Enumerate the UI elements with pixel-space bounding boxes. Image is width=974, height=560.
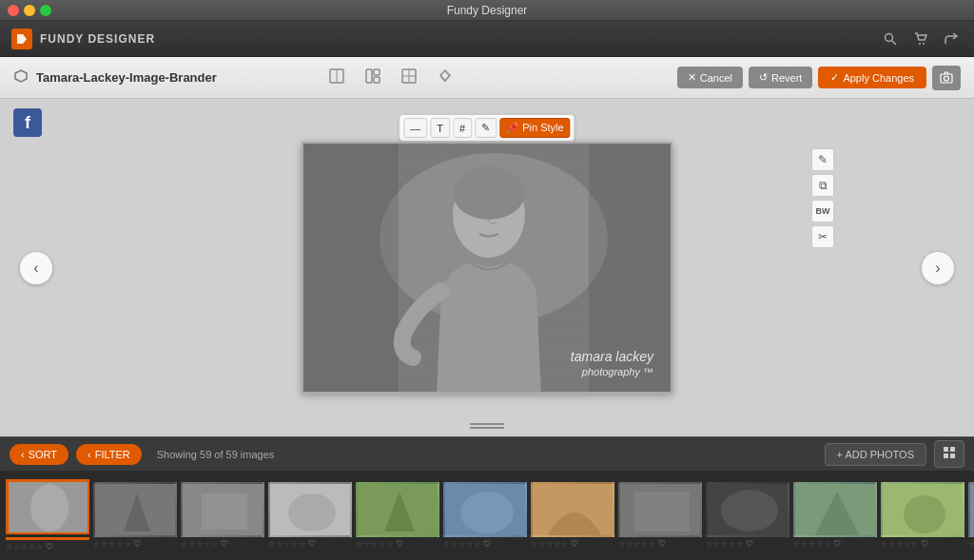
heart-icon[interactable]: ♡	[658, 539, 666, 549]
grid-view-button[interactable]	[934, 440, 964, 468]
project-toolbar: Tamara-Lackey-Image-Brander ✕ Cancel ↺ R…	[0, 57, 974, 99]
title-bar: Fundy Designer	[0, 0, 974, 21]
revert-button[interactable]: ↺ Revert	[749, 67, 812, 88]
star-rating[interactable]: ☆☆☆☆☆	[93, 540, 130, 549]
cart-icon[interactable]	[909, 28, 932, 50]
star-rating[interactable]: ☆☆☆☆☆	[268, 540, 305, 549]
thumbnail-image	[968, 482, 974, 537]
active-indicator	[6, 537, 89, 540]
svg-point-36	[288, 493, 336, 531]
star-rating[interactable]: ☆☆☆☆	[968, 540, 974, 549]
list-item[interactable]: ☆☆☆☆☆ ♡	[793, 482, 877, 549]
thumb-meta: ☆☆☆☆☆ ♡	[181, 539, 264, 549]
edit-btn-hash[interactable]: #	[453, 118, 472, 138]
heart-icon[interactable]: ♡	[133, 539, 141, 549]
thumbnail-image	[618, 482, 702, 537]
thumb-meta: ☆☆☆☆☆ ♡	[443, 539, 527, 549]
list-item[interactable]: ☆☆☆☆☆ ♡	[6, 479, 89, 551]
edit-btn-text[interactable]: T	[430, 118, 450, 138]
watermark-line1: tamara lackey	[571, 348, 653, 365]
svg-rect-34	[202, 493, 247, 530]
sort-button[interactable]: ‹ SORT	[10, 444, 68, 465]
svg-line-1	[892, 40, 897, 45]
heart-icon[interactable]: ♡	[46, 542, 53, 551]
star-rating[interactable]: ☆☆☆☆☆	[6, 543, 43, 551]
photo-canvas: tamara lackey photography ™	[302, 142, 672, 394]
heart-icon[interactable]: ♡	[571, 539, 578, 549]
list-item[interactable]: ☆☆☆☆☆ ♡	[93, 482, 177, 549]
scissors-icon[interactable]: ✂	[811, 225, 834, 248]
duplicate-icon[interactable]: ⧉	[811, 174, 834, 197]
list-item[interactable]: ☆☆☆☆☆ ♡	[531, 482, 614, 549]
edit-btn-edit[interactable]: ✎	[475, 118, 497, 138]
heart-icon[interactable]: ♡	[483, 539, 491, 549]
svg-point-0	[886, 33, 893, 41]
sort-chevron-icon: ‹	[21, 449, 25, 460]
thumbnail-image	[531, 482, 614, 537]
svg-rect-28	[950, 454, 955, 458]
layout-icon-3[interactable]	[400, 68, 418, 88]
thumbnail-image	[356, 482, 439, 537]
heart-icon[interactable]: ♡	[833, 539, 841, 549]
heart-icon[interactable]: ♡	[396, 539, 403, 549]
list-item[interactable]: ☆☆☆☆☆ ♡	[881, 482, 964, 549]
grid-icon	[943, 446, 956, 459]
search-icon[interactable]	[879, 28, 902, 50]
star-rating[interactable]: ☆☆☆☆☆	[881, 540, 918, 549]
share-icon[interactable]	[940, 28, 963, 50]
add-photos-button[interactable]: + ADD PHOTOS	[825, 443, 926, 466]
list-item[interactable]: ☆☆☆☆☆ ♡	[268, 482, 352, 549]
thumb-meta: ☆☆☆☆☆ ♡	[93, 539, 177, 549]
filter-chevron-icon: ‹	[88, 449, 91, 460]
facebook-icon[interactable]: f	[13, 108, 42, 137]
photo-watermark: tamara lackey photography ™	[571, 348, 653, 378]
svg-rect-25	[944, 447, 948, 452]
list-item[interactable]: ☆☆☆☆☆ ♡	[181, 482, 264, 549]
layout-icon-2[interactable]	[364, 68, 381, 88]
list-item[interactable]: ☆☆☆☆☆ ♡	[356, 482, 439, 549]
list-item[interactable]: ☆☆☆☆☆ ♡	[618, 482, 702, 549]
pin-style-button[interactable]: 📌 Pin Style	[499, 118, 570, 138]
svg-point-39	[460, 492, 514, 533]
list-item[interactable]: ☆☆☆☆☆ ♡	[706, 482, 789, 549]
cancel-button[interactable]: ✕ Cancel	[677, 67, 743, 88]
star-rating[interactable]: ☆☆☆☆☆	[531, 540, 568, 549]
star-rating[interactable]: ☆☆☆☆☆	[618, 540, 655, 549]
edit-pencil-icon[interactable]: ✎	[811, 148, 834, 171]
star-rating[interactable]: ☆☆☆☆☆	[706, 540, 743, 549]
heart-icon[interactable]: ♡	[746, 539, 753, 549]
bw-icon[interactable]: BW	[811, 200, 834, 222]
project-icon	[13, 68, 29, 87]
app-logo-icon	[11, 29, 32, 49]
heart-icon[interactable]: ♡	[221, 539, 228, 549]
maximize-button[interactable]	[40, 5, 51, 16]
layout-icon-1[interactable]	[328, 68, 345, 88]
camera-icon	[940, 70, 953, 84]
drag-line-2	[470, 427, 504, 429]
snapshot-button[interactable]	[932, 66, 961, 90]
list-item[interactable]: ☆☆☆☆ ♡	[968, 482, 974, 549]
thumbnail-image	[793, 482, 877, 537]
minimize-button[interactable]	[24, 5, 35, 16]
star-rating[interactable]: ☆☆☆☆☆	[356, 540, 393, 549]
star-rating[interactable]: ☆☆☆☆☆	[181, 540, 218, 549]
thumb-meta: ☆☆☆☆☆ ♡	[268, 539, 352, 549]
list-item[interactable]: ☆☆☆☆☆ ♡	[443, 482, 527, 549]
traffic-lights	[8, 5, 51, 16]
star-rating[interactable]: ☆☆☆☆☆	[443, 540, 480, 549]
star-rating[interactable]: ☆☆☆☆☆	[793, 540, 830, 549]
filter-button[interactable]: ‹ FILTER	[76, 444, 142, 465]
thumbnail-image	[443, 482, 527, 537]
apply-changes-button[interactable]: ✓ Apply Changes	[818, 67, 926, 88]
svg-point-30	[30, 484, 68, 531]
next-arrow[interactable]: ›	[921, 251, 955, 285]
thumb-meta: ☆☆☆☆☆ ♡	[881, 539, 964, 549]
layout-icon-4[interactable]	[437, 68, 454, 88]
app-toolbar-right	[879, 28, 963, 50]
heart-icon[interactable]: ♡	[921, 539, 928, 549]
drag-handle[interactable]	[468, 423, 506, 429]
close-button[interactable]	[8, 5, 19, 16]
edit-btn-dash[interactable]: —	[403, 118, 427, 138]
heart-icon[interactable]: ♡	[308, 539, 316, 549]
prev-arrow[interactable]: ‹	[19, 251, 53, 285]
